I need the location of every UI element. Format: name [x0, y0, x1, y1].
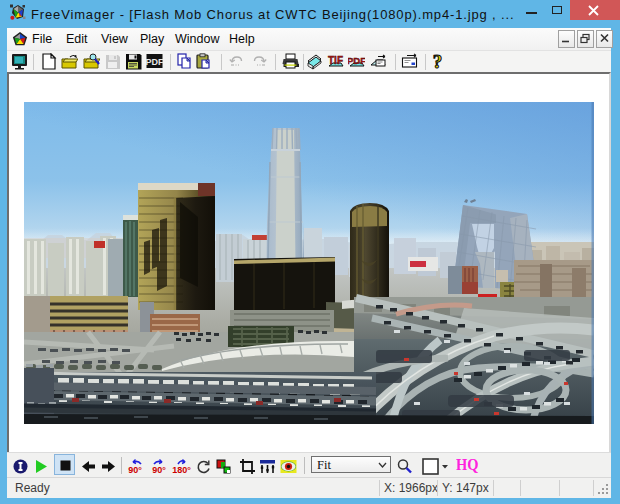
svg-text:PDF: PDF — [146, 57, 163, 67]
svg-text:90°: 90° — [152, 465, 166, 475]
svg-text:180°: 180° — [172, 465, 191, 475]
svg-text:PDF: PDF — [348, 55, 365, 66]
svg-text:90°: 90° — [128, 465, 142, 475]
svg-text:?: ? — [433, 53, 443, 70]
svg-text:TIF: TIF — [328, 55, 343, 66]
